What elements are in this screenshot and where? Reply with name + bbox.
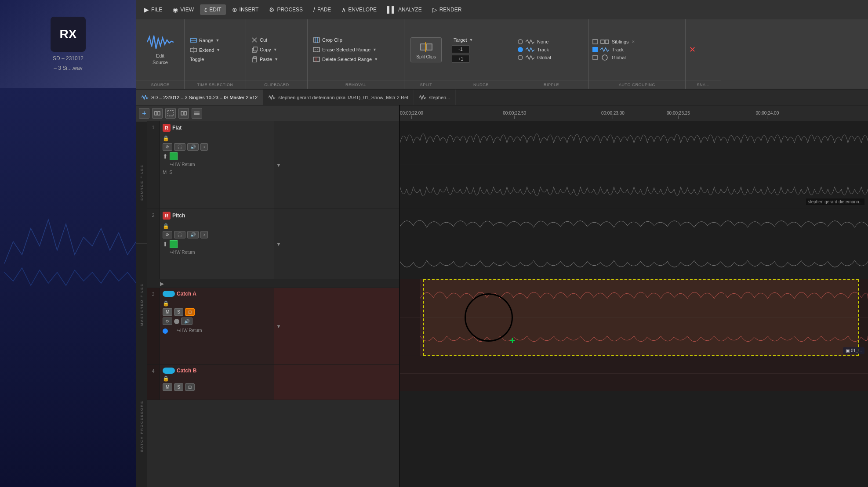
track-expand-strip[interactable]: ▶ <box>147 279 399 288</box>
track-4-m-button[interactable]: M <box>163 383 172 391</box>
track-1-green-indicator[interactable] <box>170 152 178 160</box>
track-1-arrow-icon[interactable]: ⬆ <box>163 153 168 160</box>
track-2-headphone-button[interactable]: 🎧 <box>174 231 185 238</box>
track-3-m-button[interactable]: M <box>163 308 172 316</box>
copy-button[interactable]: Copy ▼ <box>250 46 279 54</box>
track-1-headphone-button[interactable]: 🎧 <box>174 143 185 151</box>
track-2-more-button[interactable]: › <box>200 231 208 238</box>
svg-rect-26 <box>168 111 173 116</box>
nudge-minus1-input[interactable]: -1 <box>452 45 469 53</box>
ripple-track-radio[interactable] <box>518 47 523 52</box>
ripple-none-radio[interactable] <box>518 39 523 44</box>
track-3-expand-col[interactable]: ▼ <box>274 288 283 364</box>
track-4-fx-button[interactable]: ⊡ <box>185 383 195 391</box>
time-selection-footer-label: TIME SELECTION <box>185 80 246 89</box>
split-track-button[interactable] <box>178 108 189 119</box>
tab-track1[interactable]: stephen gerard dietemann (aka TART)_01_S… <box>263 90 414 105</box>
nudge-footer-label: NUDGE <box>448 80 514 89</box>
erase-dropdown-arrow: ▼ <box>373 47 377 52</box>
track-2-expand-col[interactable]: ▼ <box>274 209 283 279</box>
snap-content: ✕ <box>686 19 721 80</box>
track-4-cc-toggle[interactable] <box>163 368 175 374</box>
extend-dropdown-arrow: ▼ <box>216 48 220 52</box>
extend-button[interactable]: Extend ▼ <box>188 46 222 54</box>
menu-envelope[interactable]: ∧ ENVELOPE <box>337 4 381 15</box>
menu-file[interactable]: ▶ FILE <box>140 4 167 15</box>
timeline-ruler: 00:00:22.00 00:00:22.50 00:00:23.00 00:0… <box>400 105 868 121</box>
track-2-header: R Pitch <box>163 212 271 220</box>
track-1-repeat-button[interactable]: ⟳ <box>163 143 172 151</box>
target-row: Target ▼ <box>452 36 475 43</box>
edit-source-label[interactable]: Edit Source <box>153 53 168 66</box>
add-track-button[interactable]: + <box>139 108 149 119</box>
track-3-fx-button[interactable]: ⊡ <box>185 308 195 316</box>
tab-track2-label: stephen... <box>429 95 450 100</box>
track-1-m-label: M <box>163 170 167 175</box>
menu-edit[interactable]: ε EDIT <box>200 4 226 15</box>
source-content: Edit Source <box>136 19 184 80</box>
menu-file-label: FILE <box>151 7 162 13</box>
track-4-s-button[interactable]: S <box>174 383 183 391</box>
auto-grouping-siblings-checkbox[interactable] <box>592 39 598 44</box>
track-number-4: 4 <box>147 365 160 400</box>
split-clips-button[interactable]: Split Clips <box>410 37 441 62</box>
nudge-plus-row: +1 <box>452 55 469 63</box>
menu-envelope-label: ENVELOPE <box>348 7 377 13</box>
track-1-volume-button[interactable]: 🔊 <box>187 143 199 151</box>
toolbar-auto-grouping-section: Siblings ✕ Track Global AUTO GROUPING <box>589 19 686 89</box>
menu-render[interactable]: ▷ RENDER <box>428 4 466 15</box>
erase-selected-range-button[interactable]: Erase Selected Range ▼ <box>311 46 378 54</box>
cut-button[interactable]: Cut <box>250 36 269 44</box>
ripple-global-radio[interactable] <box>518 55 523 60</box>
split-clips-icon <box>420 40 433 54</box>
auto-grouping-track-row: Track <box>592 47 624 53</box>
track-2-repeat-button[interactable]: ⟳ <box>163 231 172 238</box>
menu-process[interactable]: ⚙ PROCESS <box>265 4 307 15</box>
menu-insert[interactable]: ⊕ INSERT <box>228 4 263 15</box>
track-1-expand-col[interactable]: ▼ <box>274 121 283 209</box>
track-2-green-indicator[interactable] <box>170 240 178 248</box>
auto-grouping-global-checkbox[interactable] <box>592 55 598 60</box>
menu-analyze[interactable]: ▌▌ ANALYZE <box>383 4 426 15</box>
erase-icon <box>313 47 320 53</box>
track-3-s-button[interactable]: S <box>174 308 183 316</box>
track-1-record-badge[interactable]: R <box>163 124 171 132</box>
menu-fade[interactable]: / FADE <box>309 4 335 15</box>
track-3-repeat-button[interactable]: ⟳ <box>163 317 172 325</box>
track-1-more-button[interactable]: › <box>200 143 208 151</box>
toggle-button[interactable]: Toggle <box>188 56 206 63</box>
ripple-track-label: Track <box>537 47 549 52</box>
selection-button[interactable] <box>165 108 176 119</box>
track-2-lock-icon: 🔒 <box>163 223 169 229</box>
auto-grouping-content: Siblings ✕ Track Global <box>589 19 685 80</box>
tab-track1-waveform-icon <box>269 95 276 100</box>
track-3-volume-button[interactable]: 🔊 <box>181 317 192 325</box>
source-footer-label: SOURCE <box>136 80 184 89</box>
track-3-dot[interactable] <box>174 319 179 324</box>
selection-icon <box>167 110 174 116</box>
crop-clip-button[interactable]: Crop Clip <box>311 36 344 44</box>
target-button[interactable]: Target ▼ <box>452 36 475 43</box>
menu-render-label: RENDER <box>439 7 462 13</box>
menu-view[interactable]: ◉ VIEW <box>168 4 198 15</box>
track-3-cc-toggle[interactable] <box>163 291 175 297</box>
tracks-with-labels: Source Files Mastered Files Batch Proces… <box>136 121 399 487</box>
range-button[interactable]: Range ▼ <box>188 36 221 44</box>
group-tracks-button[interactable] <box>152 108 163 119</box>
nudge-plus1-input[interactable]: +1 <box>452 55 469 63</box>
track-2-volume-button[interactable]: 🔊 <box>187 231 199 238</box>
mastered-files-label: Mastered Files <box>136 243 147 365</box>
waveform-track-2-svg <box>400 209 868 279</box>
tab-track2-waveform-icon <box>419 95 426 100</box>
render-menu-icon: ▷ <box>432 6 437 13</box>
analyze-menu-icon: ▌▌ <box>387 6 396 13</box>
list-view-button[interactable] <box>192 108 202 119</box>
tab-track2[interactable]: stephen... <box>414 90 456 105</box>
paste-button[interactable]: Paste ▼ <box>250 55 280 63</box>
track-2-arrow-icon[interactable]: ⬆ <box>163 241 168 248</box>
auto-grouping-track-checkbox[interactable] <box>592 47 598 52</box>
tab-master[interactable]: SD – 231012 – 3 Singles 10-23 – IS Maste… <box>136 90 263 105</box>
track-2-record-badge[interactable]: R <box>163 212 171 220</box>
track-1-name: Flat <box>172 125 182 131</box>
delete-selected-range-button[interactable]: Delete Selected Range ▼ <box>311 55 380 63</box>
